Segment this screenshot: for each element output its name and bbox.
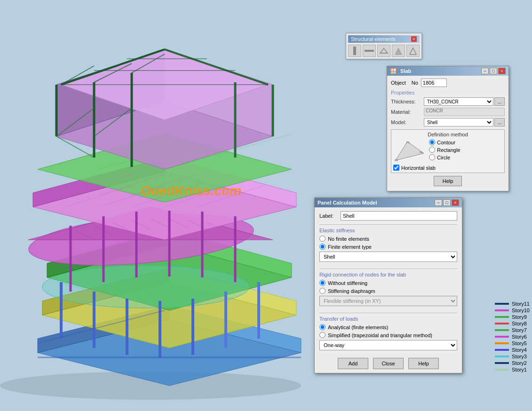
fe-type-select[interactable]: Shell Membrane Plate <box>319 252 457 262</box>
structural-toolbar-close[interactable]: × <box>411 36 417 42</box>
story-color <box>495 369 509 371</box>
without-stiffening-radio[interactable] <box>319 280 326 286</box>
thickness-select[interactable]: TH30_CONCR <box>424 97 493 106</box>
slab-dialog-titlebar[interactable]: 🪟 Slab − □ × <box>387 66 508 76</box>
panel-dialog: Panel Calculation Model − □ × Label: Ela… <box>314 198 462 373</box>
panel-minimize-btn[interactable]: − <box>435 199 442 206</box>
no-finite-elements-option: No finite elements <box>319 236 457 242</box>
story-item: Story8 <box>495 321 530 326</box>
slab-dialog-body: Object No Properties Thickness: TH30_CON… <box>387 76 508 191</box>
object-row: Object No <box>391 79 505 87</box>
contour-label: Contour <box>437 140 455 145</box>
story-color <box>495 316 509 318</box>
thickness-row: Thickness: TH30_CONCR ... <box>391 97 505 106</box>
slab-dialog-controls: − □ × <box>481 68 506 74</box>
slab-minimize-btn[interactable]: − <box>481 68 489 74</box>
def-method-title: Definition method <box>393 132 502 137</box>
label-input[interactable] <box>341 211 457 221</box>
def-options: Contour Rectangle Circle <box>429 139 461 160</box>
story-label: Story1 <box>512 367 527 372</box>
analytical-radio[interactable] <box>319 324 326 330</box>
story-item: Story2 <box>495 360 530 366</box>
simplified-label: Simplified (trapezoidal and triangular m… <box>328 332 432 338</box>
no-finite-elements-radio[interactable] <box>319 236 326 242</box>
panel-button-row: Add Close Help <box>319 358 457 369</box>
slab-close-btn[interactable]: × <box>498 68 506 74</box>
panel-dialog-titlebar[interactable]: Panel Calculation Model − □ × <box>315 198 462 207</box>
contour-radio-row: Contour <box>429 139 461 145</box>
structural-toolbar-title: Structural elements <box>351 36 396 42</box>
flexible-stiffening-select[interactable]: Flexible stiffening (in XY) Rigid stiffe… <box>319 296 457 306</box>
story-color <box>495 336 509 338</box>
svg-rect-81 <box>353 47 356 55</box>
beam-tool-btn[interactable] <box>363 45 376 57</box>
brace-tool-btn[interactable] <box>406 45 420 57</box>
svg-text:P1: P1 <box>406 141 410 144</box>
circle-radio[interactable] <box>429 154 435 160</box>
slab-restore-btn[interactable]: □ <box>490 68 497 74</box>
circle-radio-row: Circle <box>429 154 461 160</box>
analytical-option: Analytical (finite elements) <box>319 324 457 330</box>
stiffening-diaphragm-radio[interactable] <box>319 288 326 294</box>
story-label: Story7 <box>512 327 527 333</box>
story-color <box>495 362 509 364</box>
story-item: Story10 <box>495 308 530 313</box>
wall-tool-btn[interactable] <box>392 45 405 57</box>
model-select[interactable]: Shell <box>424 118 493 126</box>
toolbar-icons-row <box>348 45 420 57</box>
finite-element-type-radio[interactable] <box>319 244 326 250</box>
svg-text:Pn: Pn <box>420 151 423 154</box>
svg-line-87 <box>410 48 413 55</box>
svg-text:P2: P2 <box>395 159 398 162</box>
rectangle-label: Rectangle <box>437 147 461 153</box>
panel-restore-btn[interactable]: □ <box>443 199 451 206</box>
story-label: Story6 <box>512 334 527 340</box>
svg-marker-86 <box>410 48 416 55</box>
horizontal-slab-label: Horizontal slab <box>401 165 436 171</box>
story-color <box>495 323 509 324</box>
properties-label: Properties <box>391 90 505 95</box>
rectangle-radio[interactable] <box>429 147 435 153</box>
model-row: Model: Shell ... <box>391 118 505 126</box>
story-color <box>495 303 509 305</box>
label-field-label: Label: <box>319 213 341 219</box>
column-tool-btn[interactable] <box>348 45 361 57</box>
material-value: CONCR <box>424 108 505 116</box>
add-btn[interactable]: Add <box>338 358 368 369</box>
slab-help-btn[interactable]: Help <box>434 176 462 186</box>
circle-label: Circle <box>437 155 450 160</box>
panel-dialog-title: Panel Calculation Model <box>318 200 377 206</box>
model-btn[interactable]: ... <box>494 118 505 126</box>
rectangle-radio-row: Rectangle <box>429 147 461 153</box>
svg-marker-85 <box>395 48 402 55</box>
without-stiffening-option: Without stiffening <box>319 280 457 286</box>
no-finite-elements-label: No finite elements <box>328 236 369 242</box>
story-label: Story8 <box>512 321 527 326</box>
story-color <box>495 329 509 331</box>
help-btn[interactable]: Help <box>408 358 439 369</box>
story-color <box>495 356 509 357</box>
contour-radio[interactable] <box>429 139 435 145</box>
close-btn[interactable]: Close <box>373 358 404 369</box>
simplified-radio[interactable] <box>319 332 326 338</box>
story-label: Story9 <box>512 314 527 320</box>
analytical-label: Analytical (finite elements) <box>328 324 388 330</box>
horizontal-slab-row: Horizontal slab <box>393 165 502 171</box>
story-label: Story2 <box>512 360 527 366</box>
story-label: Story5 <box>512 340 527 346</box>
label-row: Label: <box>319 211 457 221</box>
panel-close-btn[interactable]: × <box>452 199 459 206</box>
thickness-btn[interactable]: ... <box>494 97 505 106</box>
story-item: Story11 <box>495 301 530 307</box>
story-item: Story5 <box>495 340 530 346</box>
story-legend-container: Story11 Story10 Story9 Story8 Story7 Sto… <box>495 301 530 373</box>
one-way-select[interactable]: One-way Two-way <box>319 340 457 350</box>
finite-element-type-option: Finite element type <box>319 244 457 250</box>
model-canvas <box>0 0 339 411</box>
story-item: Story6 <box>495 334 530 340</box>
object-no-input[interactable] <box>421 79 447 87</box>
horizontal-slab-checkbox[interactable] <box>393 165 399 171</box>
def-diagram: P2 P1 Pn <box>393 139 426 163</box>
story-color <box>495 309 509 311</box>
slab-tool-btn[interactable] <box>377 45 390 57</box>
